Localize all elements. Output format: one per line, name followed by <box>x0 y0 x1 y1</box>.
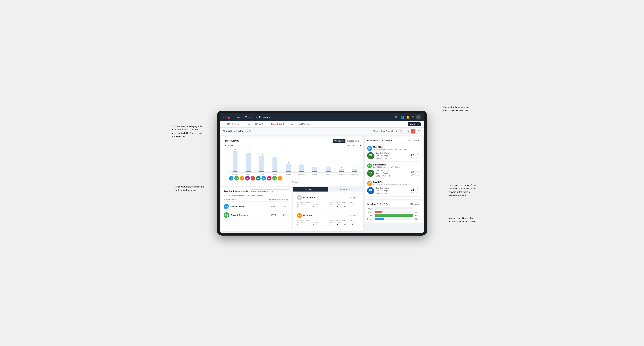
tab-pgat[interactable]: PGAT Players <box>223 121 242 127</box>
shot-3-dist: 16 yds <box>411 188 414 193</box>
shot-card-2-header: BM Blair McHarg 23 Jul 2023 · Ashridge G… <box>367 163 420 168</box>
grid2-icon[interactable]: ⊟ <box>406 129 410 134</box>
main-content: Player Activity On Course Practice Drill… <box>220 135 424 233</box>
tab-all-players[interactable]: All Players <box>297 121 312 127</box>
search-icon[interactable]: 🔍 <box>395 116 398 119</box>
best-shots-title: Best Shots <box>367 139 379 142</box>
score-1: 19/20 <box>268 205 278 208</box>
tab-pga[interactable]: PGA <box>242 121 252 127</box>
shot-3-details: 198 SG Shot Dist: 16 yds Start Lie: Roug… <box>367 187 420 195</box>
scoring-row-eagles: Eagles 3 <box>367 207 420 210</box>
practice-drills-toggle[interactable]: Practice Drills <box>346 139 361 143</box>
bar-jcoles-fill <box>272 157 278 172</box>
p1-activities: Total Practice Activities GTT 0 <box>329 201 359 208</box>
track-bogeys <box>375 218 413 220</box>
p2-activities: Total Practice Activities GTT 0 <box>329 219 359 226</box>
tab-all-players[interactable]: All Players ▾ <box>406 139 420 142</box>
top-nav: clippd Home Teams My Performance 🔍 👥 🔔 ⊕… <box>220 113 424 121</box>
p2-practice: Practice 4 <box>312 222 328 226</box>
tab-all-shots[interactable]: All Shots ▾ <box>380 139 393 142</box>
scoring-row-birdies: Birdies 96 <box>367 211 420 213</box>
score-2: 18/20 <box>268 214 278 216</box>
scoring-par-dropdown[interactable]: Par 3, 4 & 5s ▾ <box>376 203 390 205</box>
val-bogeys: 115 <box>415 218 420 220</box>
on-course-toggle[interactable]: On Course <box>333 139 346 143</box>
shot-1-badge: 200 SG <box>367 152 374 159</box>
p1-arg: ARG 0 <box>344 204 352 208</box>
avatar-bmcharg: BM <box>229 176 234 180</box>
col-pb-score: PB SCORE <box>268 199 278 201</box>
nav-performance[interactable]: My Performance <box>256 116 272 119</box>
bar-rbutler: 3 <box>308 165 321 172</box>
avatar-mmiller-shot: MM <box>367 146 372 151</box>
scoring-players-dropdown[interactable]: All Players ▾ <box>410 203 420 205</box>
track-eagles <box>375 207 413 210</box>
shot-1-chevron[interactable]: › <box>420 147 420 150</box>
shot-card-2[interactable]: BM Blair McHarg 23 Jul 2023 · Ashridge G… <box>367 162 420 179</box>
shot-2-chevron[interactable]: › <box>420 165 420 167</box>
nav-teams[interactable]: Teams <box>245 116 252 119</box>
bar-eebert: 5 <box>282 162 294 172</box>
scoring-bar-chart: Eagles 3 Birdies <box>367 207 420 220</box>
show-dropdown[interactable]: Last 3 months Last 6 months Last year <box>380 129 399 133</box>
annotation-player-filter: You can also filter to showjust one play… <box>448 216 476 223</box>
chevron-down-icon: ▾ <box>360 145 361 147</box>
tab-team-clippd[interactable]: Team Clippd <box>268 121 286 127</box>
shot-1-player-info: MM Matt Miller 09 Jun 2023 · Royal North… <box>367 146 409 151</box>
shot-1-text: Matt Miller 09 Jun 2023 · Royal North De… <box>373 146 409 151</box>
bar-dford-fill <box>259 156 264 172</box>
scoring-row-pars: Pars 499 <box>367 214 420 217</box>
bar-ecrossman-fill <box>339 169 344 172</box>
nav-home[interactable]: Home <box>236 116 242 119</box>
scoring-card: Scoring Par 3, 4 & 5s ▾ All Players ▾ Ea… <box>365 200 423 223</box>
plus-icon[interactable]: ⊕ <box>412 116 414 119</box>
shot-1-location: 09 Jun 2023 · Royal North Devon GC, Hole… <box>373 149 409 151</box>
leaderboard-filter[interactable]: PUTT Must Make Putting ... <box>250 189 289 193</box>
label-pars: Pars <box>367 214 374 216</box>
bell-icon[interactable]: 🔔 <box>406 116 410 119</box>
heart-icon[interactable]: ♥ <box>411 129 416 134</box>
p2-activities-cols: GTT 0 APP 0 <box>329 222 359 226</box>
player-name-1: Richard Butler <box>231 205 244 208</box>
shot-3-location: 24 Aug 2023 · Royal North Devon GC, Hole… <box>373 183 409 185</box>
tab-tour[interactable]: Tour <box>287 121 296 127</box>
add-team-button[interactable]: Add Team <box>408 122 421 126</box>
shot-3-desc: Shot Dist: 16 yds Start Lie: Rough End L… <box>376 187 410 195</box>
bar-mmiller-marker <box>326 171 330 172</box>
card-header: Player Activity On Course Practice Drill… <box>224 139 361 143</box>
list-icon[interactable]: ☰ <box>416 129 421 134</box>
p2-rounds-grid: Tournament 8 Practice 4 <box>297 222 328 226</box>
bar-mmiller: 3 <box>322 165 334 172</box>
right-col: Best Shots All Shots ▾ All Players ▾ MM <box>365 135 424 233</box>
p1-gtt: GTT 0 <box>329 204 336 208</box>
users-icon[interactable]: 👥 <box>400 116 404 119</box>
grid4-icon[interactable]: ⊞ <box>400 129 405 134</box>
leaderboard-title: Practice Leaderboards <box>224 190 248 192</box>
avatar-dford: DF <box>240 176 244 180</box>
activity-p1-header: BM Blair McHarg 26 Aug 2023 <box>297 195 359 200</box>
tab-hcaps[interactable]: Hcaps 1-5 <box>253 121 268 127</box>
player-activity-title: Player Activity <box>224 140 239 142</box>
chart-filter-dropdown[interactable]: Total Rounds ▾ <box>348 145 361 147</box>
bar-gbillingham: 4 <box>296 163 308 172</box>
shot-1-desc: Shot Dist: 67 yds Start Lie: Rough End L… <box>376 152 410 160</box>
most-active-btn[interactable]: Most Active <box>293 187 328 191</box>
chart-section: On Course <box>224 145 234 147</box>
activity-content: BM Blair McHarg 26 Aug 2023 Total Rounds <box>293 193 363 231</box>
shot-card-3[interactable]: DF David Ford 24 Aug 2023 · Royal North … <box>367 179 420 197</box>
shot-card-1[interactable]: MM Matt Miller 09 Jun 2023 · Royal North… <box>367 144 420 162</box>
activity-p1-name: Blair McHarg <box>303 196 316 199</box>
p1-rounds-grid: Tournament 7 Practice 6 <box>297 204 328 208</box>
fill-eagles <box>375 207 375 210</box>
bar-bmcharg: 13 <box>229 149 241 172</box>
bar-lrobertson-marker <box>352 171 357 172</box>
avatar[interactable]: U <box>416 115 421 120</box>
edit-icon[interactable]: ✏️ <box>249 130 252 133</box>
p2-arg: ARG 0 <box>344 222 352 226</box>
least-active-btn[interactable]: Least Active <box>328 187 363 191</box>
shot-2-location: 23 Jul 2023 · Ashridge GC, Hole 15 <box>373 166 400 168</box>
shot-2-dist: 43 yds <box>411 171 414 176</box>
shot-3-chevron[interactable]: › <box>420 182 420 185</box>
avatar-dford-shot: DF <box>367 181 372 186</box>
bar-bmcharg-fill <box>232 151 238 172</box>
